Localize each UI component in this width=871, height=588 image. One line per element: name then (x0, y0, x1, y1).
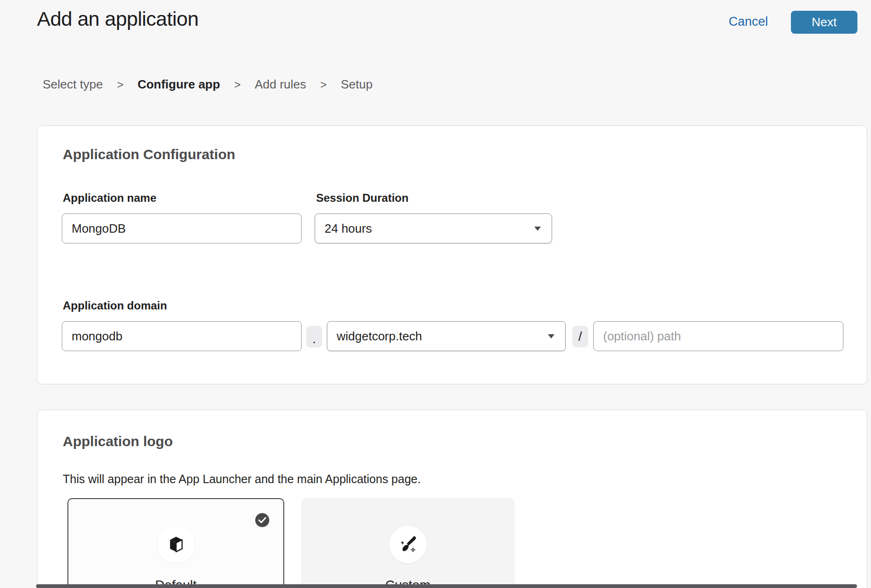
breadcrumb-separator: > (320, 78, 327, 91)
application-name-label: Application name (63, 191, 156, 205)
check-icon (255, 513, 269, 527)
add-application-page: Add an application Cancel Next Select ty… (0, 0, 871, 588)
domain-dot-separator: . (306, 326, 322, 347)
application-domain-label: Application domain (63, 299, 167, 312)
domain-value: widgetcorp.tech (337, 329, 422, 344)
chevron-down-icon (534, 226, 541, 231)
horizontal-scrollbar[interactable] (36, 584, 857, 588)
application-logo-heading: Application logo (63, 434, 173, 449)
subdomain-input[interactable] (62, 321, 302, 351)
page-title: Add an application (37, 7, 199, 30)
path-input[interactable] (593, 321, 843, 351)
path-slash-separator: / (572, 326, 588, 347)
session-duration-select[interactable]: 24 hours (315, 213, 552, 243)
breadcrumb-step-setup[interactable]: Setup (341, 77, 373, 92)
next-button[interactable]: Next (791, 11, 857, 34)
breadcrumb-separator: > (117, 78, 124, 91)
paintbrush-icon (397, 534, 419, 555)
cancel-button[interactable]: Cancel (729, 15, 768, 29)
breadcrumb-step-add-rules[interactable]: Add rules (255, 77, 306, 92)
chevron-down-icon (547, 334, 555, 339)
cube-icon (166, 534, 186, 555)
breadcrumb: Select type > Configure app > Add rules … (43, 77, 373, 92)
application-configuration-card: Application Configuration Application na… (37, 125, 867, 384)
session-duration-value: 24 hours (325, 221, 372, 236)
breadcrumb-step-configure-app[interactable]: Configure app (138, 77, 220, 92)
domain-select[interactable]: widgetcorp.tech (327, 321, 566, 351)
logo-option-custom[interactable]: Custom (301, 498, 515, 588)
logo-option-default[interactable]: Default (67, 498, 284, 588)
application-name-input[interactable] (62, 213, 302, 243)
breadcrumb-separator: > (234, 78, 241, 91)
application-logo-description: This will appear in the App Launcher and… (63, 472, 421, 486)
application-logo-card: Application logo This will appear in the… (37, 410, 867, 588)
breadcrumb-step-select-type[interactable]: Select type (43, 77, 103, 92)
session-duration-label: Session Duration (316, 191, 408, 205)
application-configuration-heading: Application Configuration (63, 147, 235, 162)
